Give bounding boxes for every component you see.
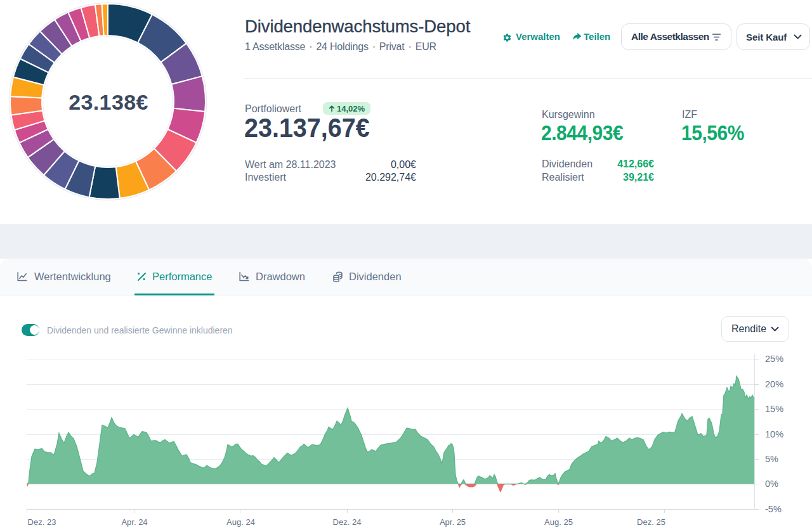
svg-text:Aug. 25: Aug. 25 — [544, 517, 573, 527]
svg-text:Aug. 24: Aug. 24 — [226, 517, 255, 527]
svg-text:Dez. 23: Dez. 23 — [28, 517, 56, 527]
svg-text:25%: 25% — [765, 354, 783, 364]
svg-text:Dez. 24: Dez. 24 — [333, 517, 362, 527]
svg-text:Apr. 25: Apr. 25 — [440, 517, 466, 527]
svg-text:-5%: -5% — [765, 504, 782, 514]
svg-text:15%: 15% — [765, 404, 783, 414]
svg-text:Dez. 25: Dez. 25 — [637, 517, 665, 527]
svg-text:10%: 10% — [765, 429, 783, 439]
svg-text:5%: 5% — [765, 454, 778, 464]
svg-text:0%: 0% — [765, 479, 778, 489]
svg-text:20%: 20% — [765, 379, 783, 389]
svg-text:Apr. 24: Apr. 24 — [121, 517, 147, 527]
